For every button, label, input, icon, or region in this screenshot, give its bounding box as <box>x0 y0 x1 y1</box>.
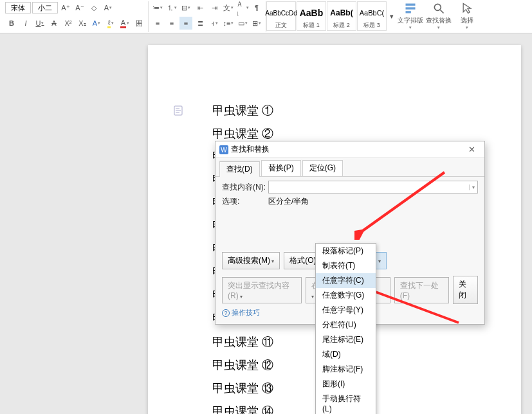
menu-item[interactable]: 脚注标记(F) <box>316 362 376 377</box>
close-button[interactable]: 关闭 <box>453 276 478 304</box>
change-case-icon[interactable]: A <box>102 1 115 14</box>
style-h3-label: 标题 3 <box>363 21 380 30</box>
shading-icon[interactable]: ▭ <box>236 17 249 30</box>
text-direction-icon[interactable]: 文 <box>222 1 235 14</box>
clear-format-icon[interactable]: ◇ <box>87 1 100 14</box>
svg-rect-2 <box>406 11 411 13</box>
increase-indent-icon[interactable]: ⇥ <box>208 1 221 14</box>
align-center-icon[interactable]: ≡ <box>165 17 178 30</box>
shrink-font-icon[interactable]: A⁻ <box>73 1 86 14</box>
borders-icon[interactable]: ⊞ <box>250 17 263 30</box>
find-content-input[interactable] <box>268 181 478 194</box>
paragraph-group: ≔ ⒈ ⊟ ⇤ ⇥ 文 Ａ↓ ¶ ≡ ≡ ≡ ≣ ⫞ ↕≡ ▭ ⊞ <box>149 1 266 32</box>
bold-icon[interactable]: B <box>5 17 18 30</box>
font-color-icon[interactable]: A <box>118 17 131 30</box>
menu-item[interactable]: 制表符(T) <box>316 258 376 273</box>
menu-item[interactable]: 段落标记(P) <box>316 244 376 258</box>
select-label: 选择 <box>461 16 473 25</box>
document-line[interactable]: 甲虫课堂 ② <box>212 126 482 141</box>
style-h1-preview: AaBb <box>300 3 324 21</box>
strike-icon[interactable]: A <box>48 17 60 30</box>
tip-icon: ? <box>222 309 230 317</box>
superscript-icon[interactable]: X² <box>62 17 75 30</box>
show-marks-icon[interactable]: ¶ <box>250 1 263 14</box>
font-group: 宋体 小二 A⁺ A⁻ ◇ A B I U A X² X₂ A ℓ A 囲 <box>3 1 149 32</box>
text-layout-label: 文字排版 <box>398 16 423 25</box>
dialog-tabs: 查找(D) 替换(P) 定位(G) <box>216 158 484 177</box>
svg-point-3 <box>434 4 441 10</box>
menu-item[interactable]: 分栏符(U) <box>316 318 376 332</box>
svg-line-4 <box>441 10 444 14</box>
font-name-combo[interactable]: 宋体 <box>5 2 31 14</box>
line-spacing-icon[interactable]: ↕≡ <box>222 17 235 30</box>
align-right-icon[interactable]: ≡ <box>179 17 192 30</box>
font-size-combo[interactable]: 小二 <box>32 2 58 14</box>
ribbon-toolbar: 宋体 小二 A⁺ A⁻ ◇ A B I U A X² X₂ A ℓ A 囲 ≔ … <box>0 0 532 33</box>
find-content-label: 查找内容(N): <box>222 182 268 193</box>
menu-item[interactable]: 图形(I) <box>316 377 376 392</box>
italic-icon[interactable]: I <box>19 17 32 30</box>
style-h2-preview: AaBb( <box>330 3 353 21</box>
phonetic-icon[interactable]: 囲 <box>133 17 145 30</box>
bullets-icon[interactable]: ≔ <box>151 1 164 14</box>
menu-item[interactable]: 手动换行符(L) <box>316 392 376 414</box>
menu-item[interactable]: 域(D) <box>316 347 376 362</box>
menu-item[interactable]: 任意字母(Y) <box>316 303 376 318</box>
menu-item[interactable]: 任意字符(C) <box>316 273 376 288</box>
page-thumb-icon <box>174 105 183 116</box>
text-effect-icon[interactable]: A <box>90 17 103 30</box>
style-h3-preview: AaBbC( <box>360 3 385 21</box>
options-value: 区分全/半角 <box>268 196 309 207</box>
multilevel-icon[interactable]: ⊟ <box>179 1 192 14</box>
style-normal-label: 正文 <box>275 21 287 30</box>
align-left-icon[interactable]: ≡ <box>151 17 164 30</box>
highlight-icon[interactable]: ℓ <box>104 17 117 30</box>
dialog-titlebar[interactable]: W 查找和替换 ✕ <box>216 141 484 158</box>
find-next-button[interactable]: 查找下一处(F) <box>394 277 449 303</box>
document-line[interactable]: 甲虫课堂 ① <box>212 103 482 118</box>
menu-item[interactable]: 尾注标记(E) <box>316 332 376 347</box>
find-replace-label: 查找替换 <box>426 16 452 25</box>
tab-find[interactable]: 查找(D) <box>219 161 260 177</box>
select-button[interactable]: 选择 <box>453 1 481 31</box>
styles-gallery: AaBbCcDd 正文 AaBb 标题 1 AaBb( 标题 2 AaBbC( … <box>266 1 396 31</box>
style-normal-preview: AaBbCcDd <box>265 3 297 21</box>
menu-item[interactable]: 任意数字(G) <box>316 288 376 303</box>
underline-icon[interactable]: U <box>33 17 46 30</box>
text-layout-icon <box>404 2 417 15</box>
special-format-menu: 段落标记(P)制表符(T)任意字符(C)任意数字(G)任意字母(Y)分栏符(U)… <box>315 243 376 414</box>
grow-font-icon[interactable]: A⁺ <box>59 1 72 14</box>
app-icon: W <box>219 145 228 154</box>
tab-goto[interactable]: 定位(G) <box>302 160 343 176</box>
decrease-indent-icon[interactable]: ⇤ <box>194 1 206 14</box>
magnifier-icon <box>432 2 445 15</box>
find-replace-button[interactable]: 查找替换 <box>425 1 453 31</box>
highlight-results-button[interactable]: 突出显示查找内容(R) <box>222 277 302 303</box>
subscript-icon[interactable]: X₂ <box>76 17 89 30</box>
style-h2-label: 标题 2 <box>333 21 350 30</box>
cursor-icon <box>461 2 473 15</box>
style-heading3[interactable]: AaBbC( 标题 3 <box>357 1 387 31</box>
advanced-search-button[interactable]: 高级搜索(M) <box>222 252 280 269</box>
styles-more-icon[interactable]: ▾ <box>387 1 396 31</box>
options-label: 选项: <box>222 196 268 207</box>
close-icon[interactable]: ✕ <box>463 145 481 154</box>
text-layout-button[interactable]: 文字排版 <box>396 1 425 31</box>
numbering-icon[interactable]: ⒈ <box>165 1 178 14</box>
justify-icon[interactable]: ≣ <box>194 17 206 30</box>
style-heading1[interactable]: AaBb 标题 1 <box>297 1 326 31</box>
tab-replace[interactable]: 替换(P) <box>261 160 301 176</box>
tips-label: 操作技巧 <box>232 308 260 318</box>
svg-rect-0 <box>406 4 416 6</box>
style-h1-label: 标题 1 <box>303 21 320 30</box>
sort-icon[interactable]: Ａ↓ <box>236 1 249 14</box>
svg-rect-1 <box>406 7 416 9</box>
svg-text:W: W <box>221 147 227 154</box>
style-heading2[interactable]: AaBb( 标题 2 <box>327 1 356 31</box>
distributed-icon[interactable]: ⫞ <box>208 17 221 30</box>
style-normal[interactable]: AaBbCcDd 正文 <box>266 1 296 31</box>
dialog-title: 查找和替换 <box>231 144 270 155</box>
